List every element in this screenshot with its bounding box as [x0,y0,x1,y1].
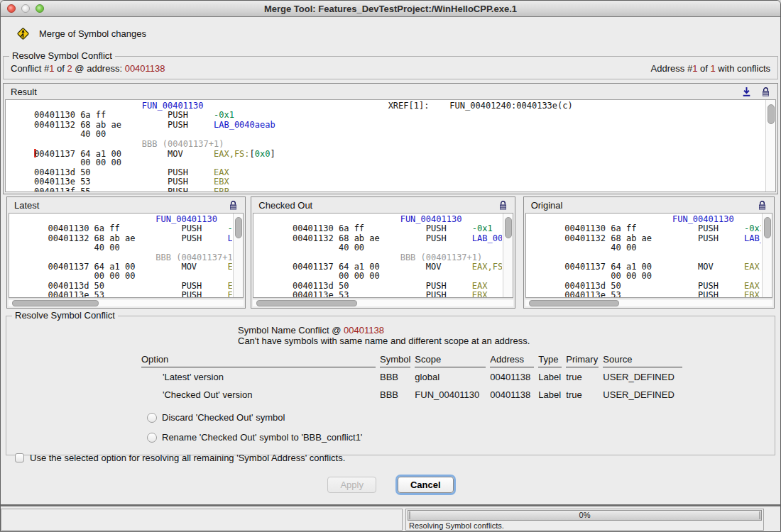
checked-out-panel: Checked Out FUN_00401130 00401130 6a ff … [251,196,515,309]
cell-symbol: BBB [380,385,410,403]
listing-line: FUN_00401130 [12,215,232,224]
listing-line: 00 00 00 [256,272,501,281]
cell-address: 00401138 [490,385,534,403]
horizontal-scrollbar[interactable] [9,299,244,306]
listing-line: 00401137 64 a1 00 MOV EAX,FS:[0x0] [12,262,232,272]
listing-line: 00 00 00 [529,272,761,281]
latest-listing[interactable]: FUN_00401130 00401130 6a ff PUSH -0x1 00… [9,213,244,298]
listing-line: 0040113e 53 PUSH EBX [256,291,501,297]
lock-icon[interactable] [229,200,238,211]
vertical-scrollbar[interactable] [762,214,772,297]
cell-source: USER_DEFINED [603,367,682,385]
window-title: Merge Tool: Features_DevTestProject:/Win… [1,4,780,14]
listing-line: 0040113e 53 PUSH EBX [529,291,761,297]
conflict-counter-text: @ address: [72,63,125,74]
zoom-button[interactable] [36,4,44,13]
radio-discard-input[interactable] [147,413,157,423]
address-total: 1 [710,63,715,74]
radio-rename-option[interactable]: Rename 'Checked Out' symbol to 'BBB_conf… [147,432,775,443]
cell-symbol: BBB [380,367,410,385]
listing-line: 00401132 68 ab ae PUSH LAB_0040aeab [256,234,501,243]
conflict-subheading: Can't have symbols with same name and di… [238,336,775,346]
conflict-heading-address: 00401138 [344,325,384,336]
resolve-symbol-conflict-group: Resolve Symbol Conflict Conflict #1 of 2… [3,56,778,79]
listing-line: 00 00 00 [12,272,232,281]
lock-icon[interactable] [498,200,508,211]
banner-label: Merge of Symbol changes [39,28,146,39]
col-header-address: Address [490,353,534,367]
vertical-scrollbar[interactable] [765,100,775,192]
listing-line: 0040113e 53 PUSH EBX [12,291,232,297]
checked-out-listing[interactable]: FUN_00401130 00401130 6a ff PUSH -0x1 00… [253,213,513,298]
cell-address: 00401138 [490,367,534,385]
listing-line: 40 00 [9,130,765,139]
window-titlebar: Merge Tool: Features_DevTestProject:/Win… [1,1,780,17]
traffic-lights [1,4,44,13]
col-header-primary: Primary [566,353,599,367]
table-header-row: Option Symbol Scope Address Type Primary… [141,353,682,367]
listing-line: BBB (00401137+1) [9,140,765,149]
close-button[interactable] [7,4,16,13]
listing-line: 0040113f 55 PUSH EBP [9,187,765,192]
latest-panel: Latest FUN_00401130 00401130 6a ff PUSH … [6,196,246,309]
radio-rename-label: Rename 'Checked Out' symbol to 'BBB_conf… [162,432,362,443]
conflict-status-row: Conflict #1 of 2 @ address: 00401138 Add… [11,63,770,74]
use-for-all-checkbox[interactable] [15,453,24,462]
horizontal-scrollbar[interactable] [525,299,772,306]
lock-icon[interactable] [761,87,770,97]
listing-line: 40 00 [256,243,501,253]
cell-source: USER_DEFINED [603,385,682,403]
listing-line: 0040113d 50 PUSH EAX [9,168,765,177]
minimize-button[interactable] [21,4,30,13]
listing-line: 0040113d 50 PUSH EAX [256,282,501,291]
progress-message: Resolving Symbol conflicts. [408,521,762,530]
original-panel-header: Original [525,198,773,212]
status-bar-area: 0% Resolving Symbol conflicts. [1,504,780,531]
cell-primary: true [566,385,599,403]
table-row-latest: 'Latest' version BBB global 00401138 Lab… [141,367,682,385]
vertical-scrollbar[interactable] [503,214,513,297]
group-title: Resolve Symbol Conflict [12,311,118,321]
cancel-button[interactable]: Cancel [398,477,454,493]
radio-discard-option[interactable]: Discard 'Checked Out' symbol [147,412,775,423]
conflict-heading: Symbol Name Conflict @ 00401138 [238,325,775,336]
apply-button[interactable]: Apply [327,477,376,493]
listing-line: 00401132 68 ab ae PUSH LAB_0040aeab [529,234,761,243]
horizontal-scrollbar[interactable] [253,299,513,306]
use-for-all-label: Use the selected option for resolving al… [30,453,345,463]
original-listing[interactable]: FUN_00401130 00401130 6a ff PUSH -0x1 00… [525,213,772,298]
col-header-source: Source [603,353,682,367]
listing-line: 00401130 6a ff PUSH -0x1 [529,224,761,233]
listing-line: 00401132 68 ab ae PUSH LAB_0040aeab [9,121,765,130]
listing-line: 0040113d 50 PUSH EAX [529,282,761,291]
panel-title: Result [11,87,37,97]
panel-title: Checked Out [258,200,312,211]
listing-line: 00401132 68 ab ae PUSH LAB_0040aeab [12,234,232,243]
merge-tool-window: Merge Tool: Features_DevTestProject:/Win… [0,0,781,532]
status-message-panel [1,509,403,531]
download-icon[interactable] [741,87,752,97]
dialog-buttons: Apply Cancel [1,477,780,493]
symbol-conflict-table: Option Symbol Scope Address Type Primary… [137,353,687,403]
radio-rename-input[interactable] [147,433,157,443]
conflict-counter-text: Conflict # [11,63,49,74]
panel-title: Latest [14,200,39,211]
col-header-type: Type [538,353,562,367]
listing-line: 00401137 64 a1 00 MOV EAX,FS:[0x0] [256,262,501,272]
result-listing[interactable]: FUN_00401130 XREF[1]: FUN_00401240:00401… [5,99,776,192]
vertical-scrollbar[interactable] [233,214,243,297]
col-header-symbol: Symbol [380,353,410,367]
address-counter: Address #1 of 1 with conflicts [651,63,770,74]
use-for-all-checkbox-row[interactable]: Use the selected option for resolving al… [15,453,775,463]
conflict-address: 00401138 [125,63,165,74]
progress-percent: 0% [579,511,591,519]
cell-option: 'Checked Out' version [141,385,376,403]
address-counter-text: Address # [651,63,693,74]
listing-line: 00 00 00 [9,158,765,167]
cell-scope: global [415,367,486,385]
lock-icon[interactable] [758,200,767,211]
panel-title: Original [531,200,563,211]
checked-out-panel-header: Checked Out [252,198,513,212]
listing-line: 40 00 [529,243,761,253]
col-header-scope: Scope [415,353,486,367]
